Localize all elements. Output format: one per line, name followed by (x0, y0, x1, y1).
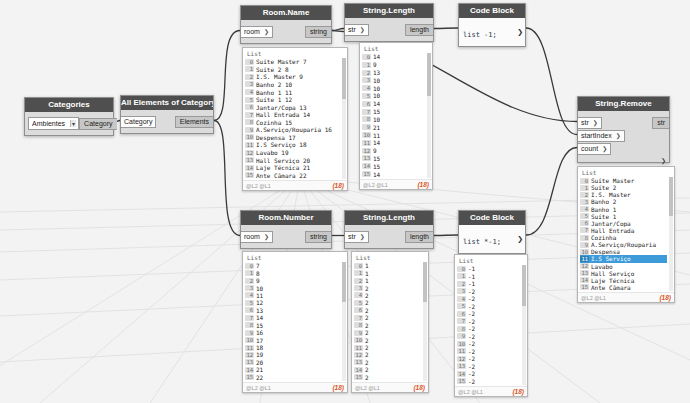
list-item[interactable]: 3-2 (457, 288, 520, 296)
wire-allelements-to-roomname[interactable] (214, 31, 240, 121)
list-item[interactable]: 14Laje Técnica (580, 277, 667, 284)
list-item[interactable]: 10Despensa 17 (245, 134, 340, 142)
list-level-pills[interactable]: @L2 @L1 (246, 183, 271, 189)
node-string-remove[interactable]: String.Remove str ❯ str startIndex ❯ (577, 96, 670, 163)
scrollbar[interactable] (423, 262, 427, 381)
node-title[interactable]: Code Block (459, 4, 525, 18)
node-code-block-top[interactable]: Code Block list -1; ❯ (458, 3, 526, 47)
list-item[interactable]: 12Lavabo 19 (245, 149, 340, 157)
list-item[interactable]: 122 (354, 351, 421, 358)
list-item[interactable]: 810 (362, 116, 425, 124)
list-item[interactable]: 132 (354, 359, 421, 366)
wire-codeblock-bottom-to-count[interactable] (526, 148, 577, 236)
preview-bubble-string-remove[interactable]: List 0Suíte Master1Suíte 22I.S. Master3B… (577, 166, 675, 303)
list-item[interactable]: 5-2 (457, 303, 520, 311)
list-item[interactable]: 6Jantar/Copa 13 (245, 103, 340, 111)
list-item[interactable]: 11I.S Serviço 18 (245, 141, 340, 149)
list-item[interactable]: 9A.Serviço/Rouparia (580, 241, 667, 248)
node-categories[interactable]: Categories Ambientes ▾ Category (24, 97, 114, 136)
wire-stringlength-to-codeblock-bottom[interactable] (434, 235, 458, 236)
list-item[interactable]: 014 (362, 53, 425, 61)
list-item[interactable]: 82 (354, 322, 421, 329)
output-port-elements[interactable]: Elements (175, 116, 213, 128)
list-item[interactable]: 62 (354, 307, 421, 314)
preview-bubble-room-name[interactable]: List 0Suíte Master 71Suíte 2 82I.S. Mast… (242, 47, 348, 191)
list-item[interactable]: 310 (245, 284, 340, 291)
node-room-name[interactable]: Room.Name room ❯ string (240, 5, 332, 44)
list-level-pills[interactable]: @L2 @L1 (355, 385, 380, 391)
list-item[interactable]: 1118 (245, 344, 340, 351)
preview-bubble-string-length-bottom[interactable]: List 01112132425262728292102112122132142… (351, 251, 429, 393)
list-item[interactable]: 21 (354, 277, 421, 284)
list-item[interactable]: 12-2 (457, 355, 520, 363)
scrollbar-thumb[interactable] (427, 53, 431, 96)
list-item[interactable]: 2I.S. Master 9 (245, 73, 340, 81)
list-item[interactable]: 1114 (362, 139, 425, 147)
input-port-str[interactable]: str ❯ (345, 231, 369, 243)
list-item[interactable]: 13Hall Serviço 20 (245, 156, 340, 164)
scrollbar[interactable] (669, 177, 673, 291)
list-item[interactable]: 1017 (245, 336, 340, 343)
list-item[interactable]: 11-2 (457, 348, 520, 356)
dynamo-canvas[interactable]: Categories Ambientes ▾ Category All Elem… (0, 0, 690, 403)
list-item[interactable]: 1315 (362, 155, 425, 163)
list-item[interactable]: 102 (354, 336, 421, 343)
input-port-str[interactable]: str ❯ (345, 24, 369, 36)
list-item[interactable]: 5Suíte 1 (580, 213, 667, 220)
node-string-length-bottom[interactable]: String.Length str ❯ length (344, 210, 434, 249)
list-item[interactable]: 0-1 (457, 265, 520, 273)
list-item[interactable]: 13Hall Serviço (580, 270, 667, 277)
scrollbar[interactable] (342, 262, 346, 381)
list-item[interactable]: 12Lavabo (580, 263, 667, 270)
scrollbar-thumb[interactable] (522, 265, 526, 306)
scrollbar-thumb[interactable] (669, 177, 673, 216)
list-item[interactable]: 2I.S. Master (580, 191, 667, 198)
list-item[interactable]: 1Suíte 2 8 (245, 66, 340, 74)
list-item[interactable]: 411 (245, 292, 340, 299)
list-item[interactable]: 1-1 (457, 273, 520, 281)
list-item[interactable]: 4Banho 1 (580, 206, 667, 213)
output-port-category[interactable]: Category (79, 118, 116, 130)
lacing-indicator-icon[interactable]: ❯ (661, 157, 666, 164)
list-item[interactable]: 4Banho 1 11 (245, 88, 340, 96)
list-item[interactable]: 152 (354, 374, 421, 381)
list-item[interactable]: 613 (245, 307, 340, 314)
list-item[interactable]: 52 (354, 299, 421, 306)
list-item[interactable]: 921 (362, 123, 425, 131)
node-title[interactable]: String.Length (345, 4, 433, 18)
list-level-pills[interactable]: @L2 @L1 (246, 385, 271, 391)
scrollbar[interactable] (522, 265, 526, 385)
list-item[interactable]: 213 (362, 69, 425, 77)
list-item[interactable]: 714 (245, 314, 340, 321)
list-item[interactable]: 14-2 (457, 370, 520, 378)
list-item[interactable]: 1320 (245, 359, 340, 366)
node-string-length-top[interactable]: String.Length str ❯ length (344, 3, 434, 42)
node-title[interactable]: Room.Name (241, 6, 331, 20)
output-port-length[interactable]: length (405, 24, 433, 36)
input-port-count[interactable]: count ❯ (578, 143, 611, 155)
list-item[interactable]: 5Suíte 1 12 (245, 96, 340, 104)
list-item[interactable]: 9A.Serviço/Rouparia 16 (245, 126, 340, 134)
code-block-text[interactable]: list -1; (463, 31, 497, 39)
list-item[interactable]: 9-2 (457, 333, 520, 341)
list-item[interactable]: 13-2 (457, 363, 520, 371)
list-item[interactable]: 15-2 (457, 378, 520, 386)
output-port-chevron-icon[interactable]: ❯ (517, 28, 523, 36)
list-item[interactable]: 1415 (362, 162, 425, 170)
node-title[interactable]: All Elements of Category (121, 96, 213, 110)
scrollbar[interactable] (342, 58, 346, 179)
list-item[interactable]: 4-2 (457, 295, 520, 303)
list-level-pills[interactable]: @L2 @L1 (581, 295, 606, 301)
output-port-str[interactable]: str (652, 117, 669, 129)
list-item[interactable]: 142 (354, 366, 421, 373)
list-item[interactable]: 916 (245, 329, 340, 336)
list-item[interactable]: 1421 (245, 366, 340, 373)
scrollbar-thumb[interactable] (423, 262, 427, 302)
node-title[interactable]: String.Remove (578, 97, 669, 111)
list-item[interactable]: 15Ante Câmara (580, 284, 667, 291)
list-item[interactable]: 6-2 (457, 310, 520, 318)
list-item[interactable]: 2-1 (457, 280, 520, 288)
wire-allelements-to-roomnumber[interactable] (214, 121, 240, 236)
wire-stringlength-to-codeblock-top[interactable] (434, 28, 458, 29)
node-title[interactable]: Categories (25, 98, 113, 112)
